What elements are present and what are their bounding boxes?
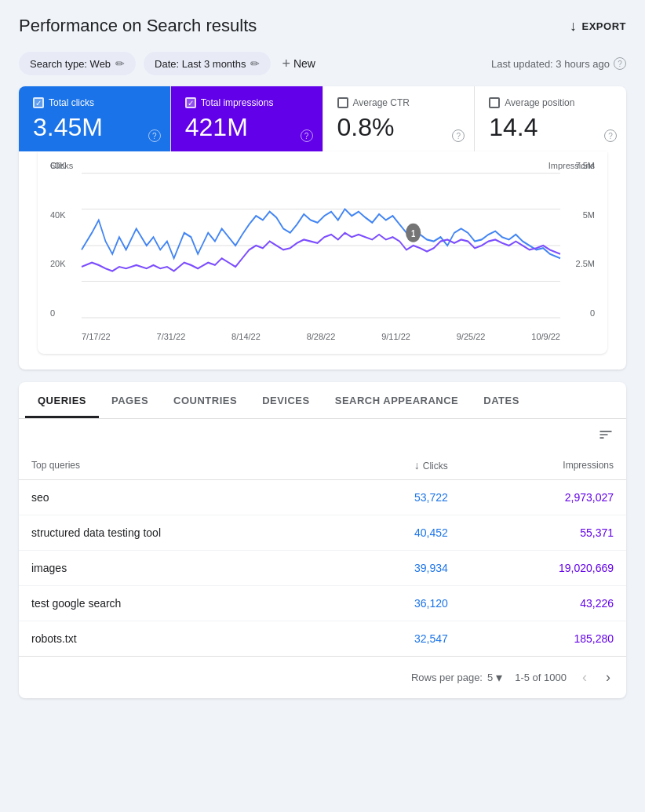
plus-icon: + <box>282 56 290 72</box>
page-title: Performance on Search results <box>19 16 257 36</box>
cell-impressions-3: 43,226 <box>461 586 626 621</box>
tab-dates[interactable]: DATES <box>471 382 532 418</box>
cell-clicks-2: 39,934 <box>339 551 461 586</box>
col-impressions: Impressions <box>461 451 626 480</box>
metric-total-impressions[interactable]: ✓ Total impressions 421M ? <box>171 86 323 151</box>
table-row: test google search 36,120 43,226 <box>19 586 626 621</box>
rows-per-page-value: 5 <box>487 672 493 683</box>
metric-label-position: Average position <box>505 97 574 108</box>
col-query: Top queries <box>19 451 339 480</box>
sort-icon: ↓ <box>414 459 420 472</box>
chart-svg: 1 <box>82 173 560 318</box>
metric-checkbox-clicks: ✓ <box>33 97 44 108</box>
chart-area: Clicks Impressions 60K 40K 20K 0 7.5M 5M… <box>38 151 607 354</box>
new-label: New <box>293 57 315 70</box>
cell-query-3: test google search <box>19 586 339 621</box>
table-header-row: Top queries ↓Clicks Impressions <box>19 451 626 480</box>
cell-clicks-0: 53,722 <box>339 480 461 515</box>
cell-clicks-1: 40,452 <box>339 515 461 551</box>
col-clicks: ↓Clicks <box>339 451 461 480</box>
chart-x-labels: 7/17/22 7/31/22 8/14/22 8/28/22 9/11/22 … <box>82 332 560 341</box>
pagination-range: 1-5 of 1000 <box>515 672 567 683</box>
prev-page-button[interactable]: ‹ <box>579 666 590 689</box>
metric-label-clicks: Total clicks <box>49 97 94 108</box>
metric-checkbox-impressions: ✓ <box>185 97 196 108</box>
help-icon-position[interactable]: ? <box>604 129 617 142</box>
tab-pages[interactable]: PAGES <box>99 382 161 418</box>
dropdown-icon: ▾ <box>496 670 502 685</box>
cell-impressions-4: 185,280 <box>461 621 626 657</box>
help-icon-ctr[interactable]: ? <box>452 129 465 142</box>
top-header: Performance on Search results ↓ EXPORT <box>0 0 645 46</box>
search-type-label: Search type: Web <box>30 58 111 70</box>
export-button[interactable]: ↓ EXPORT <box>570 18 626 35</box>
metric-checkbox-position <box>489 97 500 108</box>
metric-label-ctr: Average CTR <box>353 97 410 108</box>
cell-clicks-3: 36,120 <box>339 586 461 621</box>
filter-icon <box>598 427 614 442</box>
table-row: structured data testing tool 40,452 55,3… <box>19 515 626 551</box>
date-chip[interactable]: Date: Last 3 months ✏ <box>144 52 271 75</box>
chart-svg-wrap: 1 <box>82 173 560 318</box>
help-icon-clicks[interactable]: ? <box>148 129 161 142</box>
cell-query-4: robots.txt <box>19 621 339 657</box>
tab-search-appearance[interactable]: SEARCH APPEARANCE <box>322 382 472 418</box>
cell-query-0: seo <box>19 480 339 515</box>
cell-impressions-1: 55,371 <box>461 515 626 551</box>
table-row: seo 53,722 2,973,027 <box>19 480 626 515</box>
metric-label-impressions: Total impressions <box>201 97 274 108</box>
table-toolbar <box>19 419 626 451</box>
metric-average-position[interactable]: Average position 14.4 ? <box>475 86 626 151</box>
tabs-row: QUERIES PAGES COUNTRIES DEVICES SEARCH A… <box>19 382 626 419</box>
metric-value-position: 14.4 <box>489 113 612 142</box>
filter-bar: Search type: Web ✏ Date: Last 3 months ✏… <box>0 46 645 86</box>
chart-container: Clicks Impressions 60K 40K 20K 0 7.5M 5M… <box>50 161 595 341</box>
cell-impressions-0: 2,973,027 <box>461 480 626 515</box>
edit-icon: ✏ <box>115 57 125 70</box>
date-label: Date: Last 3 months <box>155 58 246 70</box>
metrics-row: ✓ Total clicks 3.45M ? ✓ Total impressio… <box>19 86 626 151</box>
new-button[interactable]: + New <box>282 56 315 72</box>
metric-average-ctr[interactable]: Average CTR 0.8% ? <box>323 86 476 151</box>
last-updated-text: Last updated: 3 hours ago <box>491 58 610 70</box>
export-label: EXPORT <box>582 20 626 32</box>
chart-y-left-labels: 60K 40K 20K 0 <box>50 161 78 318</box>
table-row: robots.txt 32,547 185,280 <box>19 621 626 657</box>
export-icon: ↓ <box>570 18 578 35</box>
rows-per-page-select[interactable]: 5 ▾ <box>487 670 502 685</box>
table-body: seo 53,722 2,973,027 structured data tes… <box>19 480 626 657</box>
next-page-button[interactable]: › <box>603 666 614 689</box>
metric-value-impressions: 421M <box>185 113 308 142</box>
table-row: images 39,934 19,020,669 <box>19 551 626 586</box>
tab-queries[interactable]: QUERIES <box>25 382 99 418</box>
edit-icon-date: ✏ <box>250 57 260 70</box>
cell-query-2: images <box>19 551 339 586</box>
data-table: Top queries ↓Clicks Impressions seo 53,7… <box>19 451 626 656</box>
pagination-rows-per-page: Rows per page: 5 ▾ <box>411 670 502 685</box>
cell-clicks-4: 32,547 <box>339 621 461 657</box>
pagination: Rows per page: 5 ▾ 1-5 of 1000 ‹ › <box>19 656 626 698</box>
metrics-panel: ✓ Total clicks 3.45M ? ✓ Total impressio… <box>19 86 626 370</box>
metric-value-clicks: 3.45M <box>33 113 156 142</box>
metric-total-clicks[interactable]: ✓ Total clicks 3.45M ? <box>19 86 171 151</box>
cell-impressions-2: 19,020,669 <box>461 551 626 586</box>
help-icon-impressions[interactable]: ? <box>301 129 313 142</box>
metric-value-ctr: 0.8% <box>337 113 461 142</box>
rows-per-page-label: Rows per page: <box>411 672 483 683</box>
cell-query-1: structured data testing tool <box>19 515 339 551</box>
svg-text:1: 1 <box>411 228 415 239</box>
table-filter-button[interactable] <box>598 427 614 446</box>
tab-countries[interactable]: COUNTRIES <box>161 382 250 418</box>
chart-y-right-labels: 7.5M 5M 2.5M 0 <box>563 161 595 318</box>
last-updated: Last updated: 3 hours ago ? <box>491 57 626 70</box>
table-section: QUERIES PAGES COUNTRIES DEVICES SEARCH A… <box>19 382 626 698</box>
metric-checkbox-ctr <box>337 97 348 108</box>
help-icon[interactable]: ? <box>614 57 626 70</box>
tab-devices[interactable]: DEVICES <box>250 382 322 418</box>
search-type-chip[interactable]: Search type: Web ✏ <box>19 52 136 75</box>
